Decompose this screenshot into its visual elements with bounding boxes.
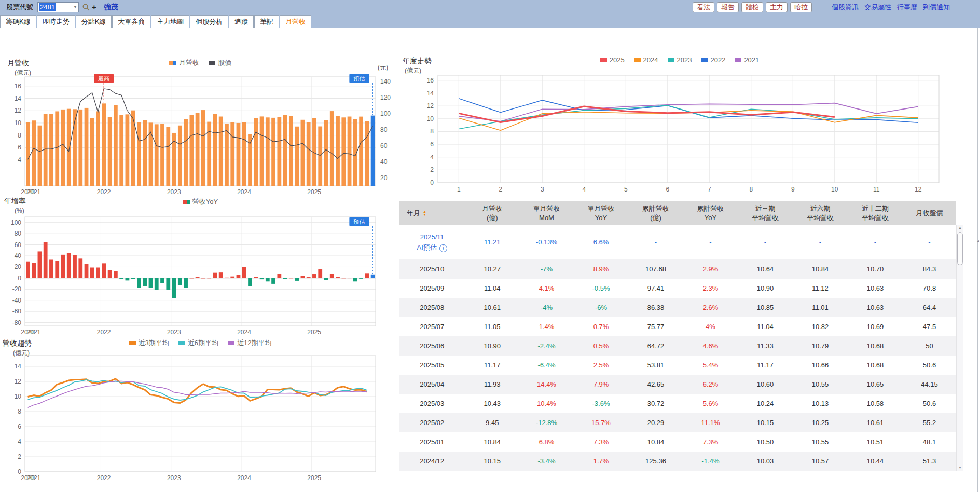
monthly-chart-svg[interactable]: 4681012141620406080100120140202020212022… [0,73,395,197]
legend-item[interactable]: 2023 [668,56,692,64]
table-cell: 10.68 [848,356,903,375]
yearly-chart-svg[interactable]: 0246810121416123456789101112 [399,73,978,197]
table-cell: 0.5% [574,336,628,356]
scroll-up-icon[interactable]: ▲ [957,225,963,231]
legend-item[interactable]: 2024 [634,56,658,64]
month-cell: 2025/09 [399,279,465,298]
monthly-chart-right-unit: (元) [378,63,388,72]
table-cell: -2.4% [519,336,574,356]
table-row[interactable]: 2025/0411.9314.4%7.9%42.656.2%10.6010.55… [399,375,956,394]
tab-bar: 籌碼K線即時走勢分點K線大單券商主力地圖個股分析追蹤筆記月營收 [0,14,980,28]
table-row[interactable]: 2025/0511.17-6.4%2.5%53.815.4%11.1710.66… [399,356,956,375]
toolbar-button[interactable]: 主力 [766,2,788,12]
scrollbar-thumb[interactable] [957,232,963,265]
table-cell: -3.6% [574,394,628,413]
legend-item[interactable]: 營收YoY [183,197,218,207]
tab-即時走勢[interactable]: 即時走勢 [37,15,75,28]
svg-text:80: 80 [380,126,388,133]
table-cell: 10.55 [793,375,848,394]
table-row[interactable]: 2025/11AI預估i11.21-0.13%6.6%------ [399,225,956,259]
legend-item[interactable]: 月營收 [169,58,199,67]
table-cell: 10.70 [848,259,903,279]
legend-item[interactable]: 近3期平均 [129,338,169,348]
tab-個股分析[interactable]: 個股分析 [190,15,228,28]
svg-text:14: 14 [427,90,434,97]
stock-code-input[interactable]: 2481 ▼ [37,2,79,12]
table-cell: 7.9% [574,375,628,394]
svg-text:2: 2 [430,166,434,173]
table-cell: 4% [683,317,738,336]
toolbar-button[interactable]: 哈拉 [790,2,812,12]
legend-item[interactable]: 股價 [209,58,231,67]
stock-name-link[interactable]: 強茂 [104,3,118,12]
scroll-down-icon[interactable]: ▼ [957,464,963,471]
column-header: 單月營收YoY [574,201,628,225]
svg-text:12: 12 [15,107,22,114]
month-cell: 2025/02 [399,413,465,432]
legend-item[interactable]: 2021 [735,56,759,64]
svg-text:2023: 2023 [167,188,181,196]
toolbar-button[interactable]: 報告 [717,2,739,12]
add-icon[interactable]: + [92,3,96,11]
table-cell: - [848,225,903,259]
svg-text:-20: -20 [12,285,22,293]
tab-追蹤[interactable]: 追蹤 [229,15,254,28]
svg-text:8: 8 [18,132,21,139]
toolbar-link[interactable]: 個股資訊 [832,3,859,12]
table-cell: 11.12 [793,279,848,298]
yearly-chart-legend: 20252024202320222021 [534,56,825,64]
svg-text:14: 14 [15,95,22,102]
table-cell: 10.64 [738,259,793,279]
table-cell: 51.3 [903,452,956,471]
table-row[interactable]: 2025/0610.90-2.4%0.5%64.724.6%11.3310.79… [399,336,956,356]
column-header[interactable]: 年月▲▼ [399,201,465,225]
month-cell: 2024/12 [399,452,465,471]
svg-text:20: 20 [15,263,22,270]
tab-主力地圖[interactable]: 主力地圖 [151,15,189,28]
tab-大單券商[interactable]: 大單券商 [112,15,150,28]
svg-text:2021: 2021 [27,188,41,196]
table-cell: 4.6% [683,336,738,356]
table-row[interactable]: 2025/1010.27-7%8.9%107.682.9%10.6410.841… [399,259,956,279]
table-cell: 64.72 [628,336,683,356]
toolbar-link[interactable]: 到價通知 [923,3,950,12]
svg-text:2022: 2022 [97,474,111,482]
trend-chart-svg[interactable]: 02468101214202020212022202320242025 [0,352,395,488]
table-cell: 10.58 [848,394,903,413]
table-scrollbar[interactable]: ▲ ▼ [956,225,963,471]
table-row[interactable]: 2025/0810.61-4%-6%86.382.6%10.8511.0110.… [399,298,956,317]
tab-分點K線[interactable]: 分點K線 [76,15,112,28]
table-row[interactable]: 2024/1210.15-3.4%1.7%125.36-1.4%10.0310.… [399,452,956,471]
table-row[interactable]: 2025/0110.846.8%7.3%10.847.3%10.5010.551… [399,432,956,452]
chevron-down-icon[interactable]: ▼ [73,5,77,9]
table-row[interactable]: 2025/029.45-12.8%15.7%20.2911.1%10.1510.… [399,413,956,432]
column-header: 累計營收(億) [628,201,683,225]
svg-text:10: 10 [831,186,838,193]
table-row[interactable]: 2025/0310.4310.4%-3.6%30.725.6%10.2410.1… [399,394,956,413]
legend-item[interactable]: 近12期平均 [228,338,271,348]
table-cell: 64.4 [903,298,956,317]
svg-text:6: 6 [18,144,21,151]
info-icon[interactable]: i [439,244,447,252]
table-row[interactable]: 2025/0911.044.1%-0.5%97.412.3%10.9011.12… [399,279,956,298]
yoy-chart-svg[interactable]: 100806040200-20-40-60-802020202120222023… [0,215,395,340]
toolbar-link[interactable]: 行事曆 [897,3,917,12]
svg-text:0: 0 [18,275,21,282]
table-row[interactable]: 2025/0711.051.4%0.7%75.774%11.0410.8210.… [399,317,956,336]
legend-item[interactable]: 近6期平均 [178,338,218,348]
table-cell: 11.33 [738,336,793,356]
toolbar-link[interactable]: 交易屬性 [864,3,891,12]
legend-item[interactable]: 2025 [600,56,625,64]
tab-筆記[interactable]: 筆記 [254,15,279,28]
toolbar-button[interactable]: 體檢 [741,2,763,12]
table-cell: 50 [903,336,956,356]
tab-籌碼K線[interactable]: 籌碼K線 [0,15,36,28]
search-icon[interactable] [82,3,90,11]
collapse-arrow-icon[interactable]: ◂ [977,239,979,243]
table-cell: - [738,225,793,259]
toolbar-button[interactable]: 看法 [693,2,714,12]
table-cell: 1.7% [574,452,628,471]
sort-icon[interactable]: ▲▼ [423,210,426,216]
tab-月營收[interactable]: 月營收 [280,15,311,28]
legend-item[interactable]: 2022 [701,56,725,64]
